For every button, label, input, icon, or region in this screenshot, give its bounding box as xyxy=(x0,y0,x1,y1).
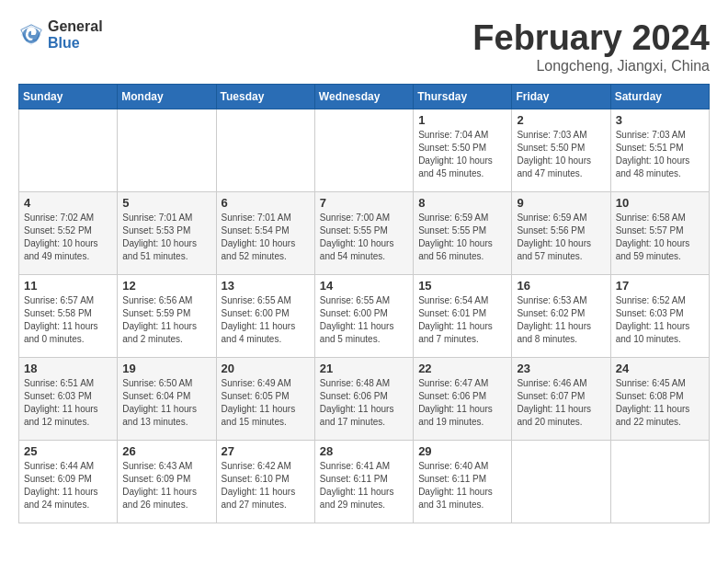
day-info: Sunrise: 6:56 AM Sunset: 5:59 PM Dayligh… xyxy=(122,294,210,346)
day-number: 14 xyxy=(320,279,408,293)
day-info: Sunrise: 7:02 AM Sunset: 5:52 PM Dayligh… xyxy=(24,212,112,263)
calendar-cell: 1Sunrise: 7:04 AM Sunset: 5:50 PM Daylig… xyxy=(414,109,512,192)
day-number: 6 xyxy=(222,196,310,210)
week-row-2: 4Sunrise: 7:02 AM Sunset: 5:52 PM Daylig… xyxy=(19,192,710,275)
day-info: Sunrise: 7:01 AM Sunset: 5:54 PM Dayligh… xyxy=(222,212,310,263)
weekday-header-sunday: Sunday xyxy=(19,85,118,109)
calendar-cell xyxy=(314,109,413,192)
calendar-cell: 19Sunrise: 6:50 AM Sunset: 6:04 PM Dayli… xyxy=(118,358,216,441)
day-number: 4 xyxy=(24,196,112,210)
calendar-cell: 6Sunrise: 7:01 AM Sunset: 5:54 PM Daylig… xyxy=(216,192,314,275)
calendar-cell: 15Sunrise: 6:54 AM Sunset: 6:01 PM Dayli… xyxy=(414,275,512,358)
day-number: 8 xyxy=(418,196,506,210)
day-info: Sunrise: 6:51 AM Sunset: 6:03 PM Dayligh… xyxy=(24,377,112,429)
weekday-header-tuesday: Tuesday xyxy=(216,85,314,109)
day-number: 24 xyxy=(616,362,704,375)
day-number: 18 xyxy=(24,362,112,375)
calendar-cell: 11Sunrise: 6:57 AM Sunset: 5:58 PM Dayli… xyxy=(19,275,118,358)
day-number: 11 xyxy=(24,279,112,293)
calendar-cell: 10Sunrise: 6:58 AM Sunset: 5:57 PM Dayli… xyxy=(610,192,709,275)
calendar-table: SundayMondayTuesdayWednesdayThursdayFrid… xyxy=(18,84,710,523)
calendar-cell: 24Sunrise: 6:45 AM Sunset: 6:08 PM Dayli… xyxy=(610,358,709,441)
calendar-cell: 27Sunrise: 6:42 AM Sunset: 6:10 PM Dayli… xyxy=(216,441,314,523)
calendar-cell: 13Sunrise: 6:55 AM Sunset: 6:00 PM Dayli… xyxy=(216,275,314,358)
day-info: Sunrise: 7:01 AM Sunset: 5:53 PM Dayligh… xyxy=(122,212,210,263)
day-info: Sunrise: 6:46 AM Sunset: 6:07 PM Dayligh… xyxy=(517,377,605,429)
day-number: 2 xyxy=(517,113,605,127)
day-number: 21 xyxy=(320,362,408,375)
calendar-cell: 28Sunrise: 6:41 AM Sunset: 6:11 PM Dayli… xyxy=(314,441,413,523)
calendar-cell xyxy=(118,109,216,192)
calendar-cell: 12Sunrise: 6:56 AM Sunset: 5:59 PM Dayli… xyxy=(118,275,216,358)
calendar-cell: 26Sunrise: 6:43 AM Sunset: 6:09 PM Dayli… xyxy=(118,441,216,523)
day-info: Sunrise: 6:42 AM Sunset: 6:10 PM Dayligh… xyxy=(222,460,310,511)
calendar-cell xyxy=(512,441,610,523)
day-info: Sunrise: 6:44 AM Sunset: 6:09 PM Dayligh… xyxy=(24,460,112,511)
day-info: Sunrise: 6:52 AM Sunset: 6:03 PM Dayligh… xyxy=(616,294,704,346)
day-number: 20 xyxy=(222,362,310,375)
weekday-header-row: SundayMondayTuesdayWednesdayThursdayFrid… xyxy=(19,85,710,109)
day-info: Sunrise: 6:55 AM Sunset: 6:00 PM Dayligh… xyxy=(320,294,408,346)
day-info: Sunrise: 6:59 AM Sunset: 5:55 PM Dayligh… xyxy=(418,212,506,263)
month-title: February 2024 xyxy=(472,18,710,58)
weekday-header-monday: Monday xyxy=(118,85,216,109)
logo: General Blue xyxy=(18,18,103,51)
weekday-header-thursday: Thursday xyxy=(414,85,512,109)
day-info: Sunrise: 7:03 AM Sunset: 5:50 PM Dayligh… xyxy=(517,129,605,180)
calendar-cell: 4Sunrise: 7:02 AM Sunset: 5:52 PM Daylig… xyxy=(19,192,118,275)
day-number: 12 xyxy=(122,279,210,293)
week-row-4: 18Sunrise: 6:51 AM Sunset: 6:03 PM Dayli… xyxy=(19,358,710,441)
day-number: 1 xyxy=(418,113,506,127)
calendar-cell: 2Sunrise: 7:03 AM Sunset: 5:50 PM Daylig… xyxy=(512,109,610,192)
day-number: 26 xyxy=(122,444,210,458)
day-info: Sunrise: 7:00 AM Sunset: 5:55 PM Dayligh… xyxy=(320,212,408,263)
week-row-3: 11Sunrise: 6:57 AM Sunset: 5:58 PM Dayli… xyxy=(19,275,710,358)
day-info: Sunrise: 6:45 AM Sunset: 6:08 PM Dayligh… xyxy=(616,377,704,429)
day-number: 17 xyxy=(616,279,704,293)
logo-icon xyxy=(18,22,44,48)
calendar-cell: 22Sunrise: 6:47 AM Sunset: 6:06 PM Dayli… xyxy=(414,358,512,441)
weekday-header-wednesday: Wednesday xyxy=(314,85,413,109)
day-number: 28 xyxy=(320,444,408,458)
day-info: Sunrise: 6:57 AM Sunset: 5:58 PM Dayligh… xyxy=(24,294,112,346)
day-info: Sunrise: 6:53 AM Sunset: 6:02 PM Dayligh… xyxy=(517,294,605,346)
calendar-cell: 3Sunrise: 7:03 AM Sunset: 5:51 PM Daylig… xyxy=(610,109,709,192)
weekday-header-friday: Friday xyxy=(512,85,610,109)
day-info: Sunrise: 6:55 AM Sunset: 6:00 PM Dayligh… xyxy=(222,294,310,346)
day-number: 5 xyxy=(122,196,210,210)
calendar-cell: 21Sunrise: 6:48 AM Sunset: 6:06 PM Dayli… xyxy=(314,358,413,441)
week-row-1: 1Sunrise: 7:04 AM Sunset: 5:50 PM Daylig… xyxy=(19,109,710,192)
day-info: Sunrise: 6:49 AM Sunset: 6:05 PM Dayligh… xyxy=(222,377,310,429)
calendar-cell: 17Sunrise: 6:52 AM Sunset: 6:03 PM Dayli… xyxy=(610,275,709,358)
calendar-cell: 23Sunrise: 6:46 AM Sunset: 6:07 PM Dayli… xyxy=(512,358,610,441)
logo-text: General Blue xyxy=(48,18,103,51)
day-number: 10 xyxy=(616,196,704,210)
title-block: February 2024 Longcheng, Jiangxi, China xyxy=(472,18,710,75)
page-header: General Blue February 2024 Longcheng, Ji… xyxy=(18,18,710,75)
calendar-cell: 14Sunrise: 6:55 AM Sunset: 6:00 PM Dayli… xyxy=(314,275,413,358)
day-number: 7 xyxy=(320,196,408,210)
day-info: Sunrise: 7:03 AM Sunset: 5:51 PM Dayligh… xyxy=(616,129,704,180)
day-number: 23 xyxy=(517,362,605,375)
calendar-cell: 25Sunrise: 6:44 AM Sunset: 6:09 PM Dayli… xyxy=(19,441,118,523)
day-number: 29 xyxy=(418,444,506,458)
logo-general-text: General xyxy=(48,18,103,35)
day-number: 9 xyxy=(517,196,605,210)
logo-blue-text: Blue xyxy=(48,35,103,52)
day-number: 3 xyxy=(616,113,704,127)
calendar-cell: 18Sunrise: 6:51 AM Sunset: 6:03 PM Dayli… xyxy=(19,358,118,441)
calendar-cell: 16Sunrise: 6:53 AM Sunset: 6:02 PM Dayli… xyxy=(512,275,610,358)
day-info: Sunrise: 6:43 AM Sunset: 6:09 PM Dayligh… xyxy=(122,460,210,511)
day-number: 25 xyxy=(24,444,112,458)
calendar-cell xyxy=(216,109,314,192)
calendar-cell: 7Sunrise: 7:00 AM Sunset: 5:55 PM Daylig… xyxy=(314,192,413,275)
day-number: 22 xyxy=(418,362,506,375)
day-info: Sunrise: 6:50 AM Sunset: 6:04 PM Dayligh… xyxy=(122,377,210,429)
day-info: Sunrise: 6:48 AM Sunset: 6:06 PM Dayligh… xyxy=(320,377,408,429)
calendar-cell: 20Sunrise: 6:49 AM Sunset: 6:05 PM Dayli… xyxy=(216,358,314,441)
day-number: 13 xyxy=(222,279,310,293)
weekday-header-saturday: Saturday xyxy=(610,85,709,109)
day-info: Sunrise: 7:04 AM Sunset: 5:50 PM Dayligh… xyxy=(418,129,506,180)
day-number: 19 xyxy=(122,362,210,375)
location: Longcheng, Jiangxi, China xyxy=(472,58,710,75)
